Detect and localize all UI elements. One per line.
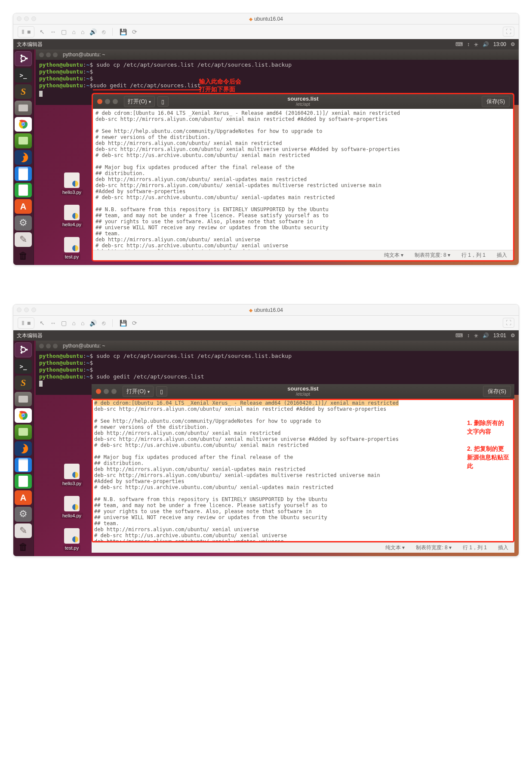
desktop-file[interactable]: hello4.py	[61, 205, 83, 228]
disk-icon[interactable]: ⌂	[81, 320, 84, 326]
gedit-header[interactable]: 打开(O) ▯ sources.list/etc/apt 保存(S)	[92, 384, 514, 399]
disk-icon[interactable]: ⌂	[72, 28, 75, 35]
close-icon[interactable]	[39, 52, 44, 57]
unity-launcher[interactable]	[13, 341, 34, 556]
clock[interactable]: 13:00	[493, 41, 506, 47]
firefox-icon[interactable]	[15, 441, 32, 456]
sublime-icon[interactable]	[15, 84, 32, 99]
new-tab-button[interactable]: ▯	[157, 96, 169, 107]
vm-play-controls[interactable]: Ⅱ■	[18, 26, 34, 37]
new-tab-button[interactable]: ▯	[156, 386, 167, 397]
gedit-statusbar[interactable]: 纯文本 ▾ 制表符宽度: 8 ▾ 行 1，列 1 插入	[93, 250, 513, 260]
gedit-icon[interactable]	[15, 523, 32, 538]
close-icon[interactable]	[97, 99, 102, 104]
desktop-file[interactable]: hello3.py	[61, 464, 83, 486]
usb-icon[interactable]: ⎋	[102, 320, 105, 326]
disk-icon[interactable]: ⌂	[72, 320, 75, 326]
gedit-statusbar[interactable]: 纯文本 ▾ 制表符宽度: 8 ▾ 行 1，列 1 插入	[92, 542, 514, 553]
mac-window-controls[interactable]	[17, 308, 36, 312]
dash-icon[interactable]	[15, 342, 32, 357]
resize-icon[interactable]: ↔	[50, 28, 56, 35]
save-icon[interactable]: 💾	[120, 28, 127, 35]
settings-icon[interactable]	[15, 507, 32, 521]
close-icon[interactable]	[17, 308, 22, 312]
close-icon[interactable]	[96, 389, 101, 394]
chrome-icon[interactable]	[15, 408, 32, 423]
maximize-icon[interactable]	[53, 344, 58, 348]
firefox-icon[interactable]	[15, 150, 32, 165]
close-icon[interactable]	[39, 344, 44, 348]
tab-width-selector[interactable]: 制表符宽度: 8 ▾	[416, 544, 452, 551]
terminal-icon[interactable]	[15, 359, 32, 374]
insert-mode[interactable]: 插入	[498, 544, 508, 551]
gear-icon[interactable]: ⚙	[510, 41, 515, 47]
vm-device-icons[interactable]: ↖ ↔ ▢ ⌂ ⌂ 🔊 ⎋ 💾 ⟳	[40, 28, 137, 36]
bluetooth-icon[interactable]: ⚹	[474, 41, 478, 47]
maximize-icon[interactable]	[111, 389, 117, 394]
editor-text-area[interactable]: # deb cdrom:[Ubuntu 16.04 LTS _Xenial Xe…	[93, 109, 513, 250]
close-icon[interactable]	[17, 16, 22, 21]
gedit-window[interactable]: 打开(O) ▯ sources.list/etc/apt 保存(S) # deb…	[92, 93, 514, 262]
minimize-icon[interactable]	[104, 389, 109, 394]
resize-icon[interactable]: ↔	[50, 320, 56, 326]
desktop-file[interactable]: test.py	[61, 528, 83, 551]
minimize-icon[interactable]	[105, 99, 110, 104]
trash-icon[interactable]	[15, 540, 32, 554]
usb-icon[interactable]: ⎋	[102, 28, 105, 35]
unity-icon[interactable]: ▢	[61, 320, 67, 326]
calc-icon[interactable]	[15, 183, 32, 197]
nautilus-icon[interactable]	[15, 425, 32, 439]
trash-icon[interactable]	[15, 249, 32, 263]
volume-icon[interactable]: 🔊	[483, 41, 489, 47]
keyboard-icon[interactable]: ⌨	[455, 332, 463, 338]
maximize-icon[interactable]	[113, 99, 118, 104]
vm-play-controls[interactable]: Ⅱ■	[18, 317, 34, 329]
clock[interactable]: 13:01	[493, 332, 506, 338]
sublime-icon[interactable]	[15, 375, 32, 390]
snapshot-icon[interactable]: ⟳	[132, 320, 137, 326]
bluetooth-icon[interactable]: ⚹	[474, 332, 478, 338]
gedit-icon[interactable]	[15, 232, 32, 247]
ubuntu-menubar[interactable]: 文本编辑器 ⌨ ↕ ⚹ 🔊 13:00 ⚙	[13, 39, 519, 49]
gedit-window[interactable]: 打开(O) ▯ sources.list/etc/apt 保存(S) # deb…	[92, 384, 514, 553]
cursor-icon[interactable]: ↖	[40, 28, 45, 35]
syntax-selector[interactable]: 纯文本 ▾	[384, 252, 403, 259]
save-icon[interactable]: 💾	[120, 320, 127, 326]
ubuntu-menubar[interactable]: 文本编辑器 ⌨ ↕ ⚹ 🔊 13:01 ⚙	[13, 330, 519, 341]
desktop-file[interactable]: test.py	[61, 237, 83, 260]
minimize-icon[interactable]	[46, 52, 51, 57]
maximize-icon[interactable]	[53, 52, 58, 57]
software-icon[interactable]	[15, 490, 32, 505]
network-icon[interactable]: ↕	[467, 41, 470, 47]
files-icon[interactable]	[15, 101, 32, 115]
unity-launcher[interactable]	[13, 49, 34, 265]
save-button[interactable]: 保存(S)	[483, 386, 511, 397]
desktop-file[interactable]: hello4.py	[61, 496, 83, 519]
cursor-icon[interactable]: ↖	[40, 320, 45, 326]
calc-icon[interactable]	[15, 474, 32, 489]
writer-icon[interactable]	[15, 166, 32, 181]
mac-window-controls[interactable]	[17, 16, 36, 21]
dash-icon[interactable]	[15, 51, 32, 66]
software-icon[interactable]	[15, 199, 32, 214]
editor-text-area[interactable]: # deb cdrom:[Ubuntu 16.04 LTS _Xenial Xe…	[92, 399, 514, 542]
keyboard-icon[interactable]: ⌨	[455, 41, 463, 47]
gear-icon[interactable]: ⚙	[510, 332, 515, 338]
gedit-header[interactable]: 打开(O) ▯ sources.list/etc/apt 保存(S)	[93, 94, 513, 109]
volume-icon[interactable]: 🔊	[483, 332, 489, 338]
minimize-icon[interactable]	[24, 308, 29, 312]
network-icon[interactable]: ↕	[467, 332, 470, 338]
chrome-icon[interactable]	[15, 117, 32, 132]
writer-icon[interactable]	[15, 458, 32, 472]
minimize-icon[interactable]	[24, 16, 29, 21]
open-button[interactable]: 打开(O)	[123, 386, 154, 397]
insert-mode[interactable]: 插入	[497, 252, 507, 259]
open-button[interactable]: 打开(O)	[124, 96, 155, 107]
minimize-icon[interactable]	[46, 344, 51, 348]
desktop-file[interactable]: hello3.py	[61, 172, 83, 195]
nautilus-icon[interactable]	[15, 133, 32, 148]
save-button[interactable]: 保存(S)	[482, 96, 510, 107]
zoom-icon[interactable]	[31, 308, 36, 312]
unity-icon[interactable]: ▢	[61, 28, 67, 35]
files-icon[interactable]	[15, 392, 32, 406]
